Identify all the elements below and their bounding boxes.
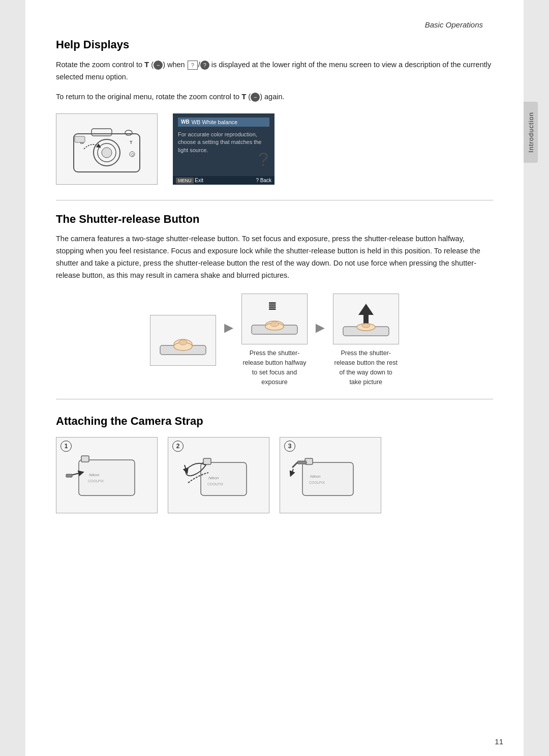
exit-label: Exit [195, 178, 203, 183]
shutter-svg-3 [338, 299, 394, 339]
t-symbol-2: T [241, 92, 246, 101]
side-tab-label: Introduction [527, 112, 535, 153]
page-header: Basic Operations [56, 20, 493, 29]
svg-point-14 [179, 340, 187, 345]
menu-exit-btn: MENU Exit [176, 178, 203, 183]
question-square-icon: ? [188, 61, 198, 70]
shutter-caption-1: Press the shutter-release button halfway… [241, 348, 308, 387]
svg-text:Nikon: Nikon [208, 476, 219, 480]
shutter-img-1 [150, 315, 216, 366]
menu-screen-header: WB WB White balance [178, 118, 269, 127]
menu-question-mark: ? [258, 149, 268, 170]
svg-text:Nikon: Nikon [310, 474, 321, 479]
header-title: Basic Operations [425, 20, 483, 29]
svg-rect-35 [297, 461, 307, 464]
help-displays-title: Help Displays [56, 38, 493, 51]
svg-text:COOLPIX: COOLPIX [88, 479, 104, 483]
svg-text:≣: ≣ [268, 301, 277, 312]
shutter-fig-1 [150, 315, 216, 366]
svg-rect-4 [92, 129, 112, 136]
shutter-svg-1 [155, 320, 211, 361]
arrow-1: ► [221, 319, 236, 336]
svg-rect-26 [66, 474, 72, 477]
svg-text:T: T [130, 140, 133, 145]
svg-text:COOLPIX: COOLPIX [309, 481, 325, 484]
page-number: 11 [495, 737, 503, 746]
camera-svg: W T Q [64, 119, 150, 180]
t-symbol: T [144, 60, 149, 69]
svg-point-19 [270, 322, 279, 327]
svg-rect-25 [81, 456, 89, 462]
shutter-svg-2: ≣ [247, 299, 302, 339]
menu-screen-footer: MENU Exit ? Back [173, 176, 274, 185]
strap-svg-1: Nikon COOLPIX [64, 445, 150, 506]
svg-rect-30 [203, 458, 211, 464]
menu-screen-inner: WB WB White balance For accurate color r… [173, 113, 274, 185]
svg-point-3 [102, 148, 112, 158]
minus-circle-icon: − [154, 61, 163, 70]
strap-svg-2: Nikon COOLPIX [175, 445, 262, 506]
help-displays-paragraph2: To return to the original menu, rotate t… [56, 91, 493, 103]
shutter-img-2: ≣ [241, 294, 308, 344]
separator-1 [56, 200, 493, 200]
svg-rect-33 [302, 462, 353, 496]
svg-text:Nikon: Nikon [89, 473, 100, 477]
help-displays-figures: W T Q [56, 113, 493, 185]
menu-screen-body: For accurate color reproduction, choose … [178, 131, 269, 154]
svg-point-5 [125, 130, 132, 135]
strap-fig-1: 1 Nikon C [56, 437, 158, 513]
shutter-figures: ► ≣ Press the shutter-release butt [56, 294, 493, 387]
menu-screen-figure: WB WB White balance For accurate color r… [173, 113, 274, 185]
question-circle-icon: ? [200, 61, 209, 70]
strap-fig-2: 2 Nikon C [168, 437, 269, 513]
svg-point-23 [362, 324, 370, 328]
side-tab: Introduction [524, 102, 538, 163]
strap-fig-3: 3 Nikon C [280, 437, 381, 513]
camera-figure: W T Q [56, 113, 158, 185]
svg-text:Q: Q [131, 153, 134, 157]
shutter-fig-3: Press the shutter-release button the res… [333, 294, 399, 387]
shutter-img-3 [333, 294, 399, 344]
strap-section: Attaching the Camera Strap 1 [56, 415, 493, 513]
wb-icon: WB [181, 119, 190, 125]
strap-svg-3: Nikon COOLPIX [287, 445, 374, 506]
shutter-caption-2: Press the shutter-release button the res… [333, 348, 399, 387]
svg-rect-24 [79, 460, 135, 496]
svg-rect-29 [201, 462, 247, 496]
svg-marker-20 [358, 304, 374, 324]
minus-circle-icon-2: − [251, 93, 260, 102]
separator-2 [56, 399, 493, 399]
strap-title: Attaching the Camera Strap [56, 415, 493, 428]
shutter-fig-2: ≣ Press the shutter-release button halfw… [241, 294, 308, 387]
svg-text:COOLPIX: COOLPIX [207, 482, 223, 486]
menu-screen-header-label: WB White balance [192, 119, 237, 125]
menu-back-btn: ? Back [256, 178, 271, 183]
arrow-2: ► [313, 319, 328, 336]
shutter-section: The Shutter-release Button The camera fe… [56, 213, 493, 387]
shutter-title: The Shutter-release Button [56, 213, 493, 226]
shutter-paragraph: The camera features a two-stage shutter-… [56, 233, 493, 282]
menu-btn-label: MENU [176, 178, 194, 184]
help-displays-paragraph1: Rotate the zoom control to T (−) when ?/… [56, 59, 493, 83]
help-displays-section: Help Displays Rotate the zoom control to… [56, 38, 493, 185]
svg-rect-10 [75, 136, 85, 142]
strap-figures: 1 Nikon C [56, 437, 493, 513]
